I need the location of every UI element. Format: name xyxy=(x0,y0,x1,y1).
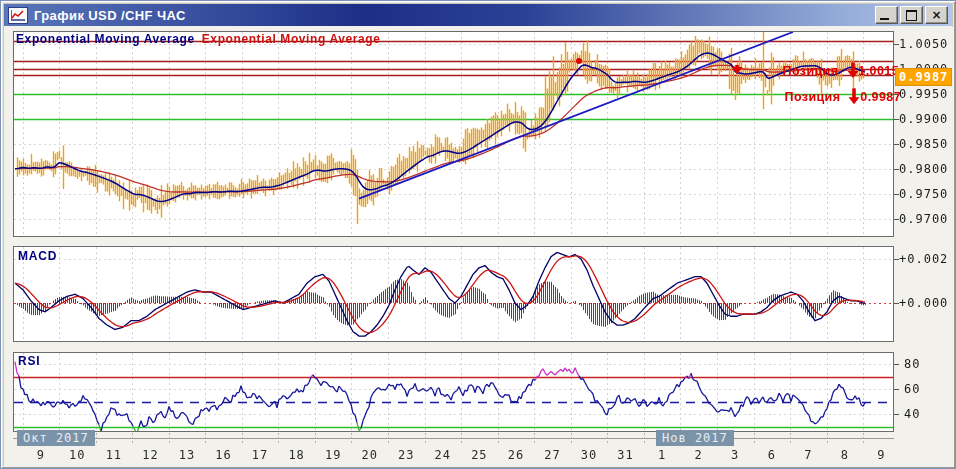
maximize-button[interactable] xyxy=(900,6,923,24)
date-label: 7 xyxy=(804,448,812,462)
price-tick: 0.9800 xyxy=(899,162,948,176)
date-label: 3 xyxy=(731,448,739,462)
date-label: 18 xyxy=(288,448,304,462)
ema-legend-2: Exponential Moving Average xyxy=(202,32,381,46)
position-1-value: 1.0015 xyxy=(858,64,899,78)
date-label: 23 xyxy=(398,448,414,462)
close-button[interactable]: × xyxy=(925,6,948,24)
minimize-icon xyxy=(880,18,889,20)
rsi-tick: 40 xyxy=(904,407,920,421)
date-label: 19 xyxy=(325,448,341,462)
rsi-tick: 80 xyxy=(904,357,920,371)
date-label: 10 xyxy=(69,448,85,462)
ema-legend: Exponential Moving Average Exponential M… xyxy=(16,32,381,46)
macd-panel-label: MACD xyxy=(18,249,57,263)
price-tick: 0.9900 xyxy=(899,112,948,126)
maximize-icon xyxy=(906,10,917,21)
window-title: График USD /CHF ЧАС xyxy=(34,8,186,23)
position-label-2: Позиция 0.9987 xyxy=(785,90,901,104)
price-tick: 0.9750 xyxy=(899,187,948,201)
date-label: 9 xyxy=(877,448,885,462)
price-tick: 1.0050 xyxy=(899,37,948,51)
date-label: 20 xyxy=(361,448,377,462)
close-icon: × xyxy=(931,9,941,21)
date-label: 16 xyxy=(215,448,231,462)
date-label: 26 xyxy=(508,448,524,462)
date-label: 8 xyxy=(841,448,849,462)
title-bar[interactable]: График USD /CHF ЧАС × xyxy=(4,4,952,26)
position-2-value: 0.9987 xyxy=(860,90,901,104)
position-1-word: Позиция xyxy=(783,64,839,78)
date-label: 27 xyxy=(544,448,560,462)
rsi-panel-label: RSI xyxy=(18,354,40,368)
chart-icon xyxy=(8,7,28,24)
date-label: 25 xyxy=(471,448,487,462)
date-label: 12 xyxy=(142,448,158,462)
date-label: 11 xyxy=(106,448,122,462)
chart-window: График USD /CHF ЧАС × Exponential Moving… xyxy=(0,0,956,469)
date-label: 13 xyxy=(179,448,195,462)
price-tick: 0.9700 xyxy=(899,212,948,226)
date-label: 1 xyxy=(658,448,666,462)
month-badge: Окт 2017 xyxy=(17,430,95,446)
date-label: 17 xyxy=(252,448,268,462)
date-label: 31 xyxy=(617,448,633,462)
position-label-1: Позиция 1.0015 xyxy=(783,64,899,78)
current-price-badge: 0.9987 xyxy=(895,68,952,86)
price-tick: 0.9950 xyxy=(899,87,948,101)
minimize-button[interactable] xyxy=(875,6,898,24)
date-label: 2 xyxy=(695,448,703,462)
ema-legend-1: Exponential Moving Average xyxy=(16,32,195,46)
date-label: 9 xyxy=(37,448,45,462)
position-2-word: Позиция xyxy=(785,90,841,104)
month-badge: Нов 2017 xyxy=(656,430,734,446)
date-label: 24 xyxy=(435,448,451,462)
rsi-tick: 60 xyxy=(904,382,920,396)
macd-tick: +0.000 xyxy=(899,296,948,310)
date-label: 6 xyxy=(768,448,776,462)
macd-tick: +0.002 xyxy=(899,252,948,266)
window-controls: × xyxy=(875,6,948,24)
price-tick: 0.9850 xyxy=(899,137,948,151)
date-label: 30 xyxy=(581,448,597,462)
